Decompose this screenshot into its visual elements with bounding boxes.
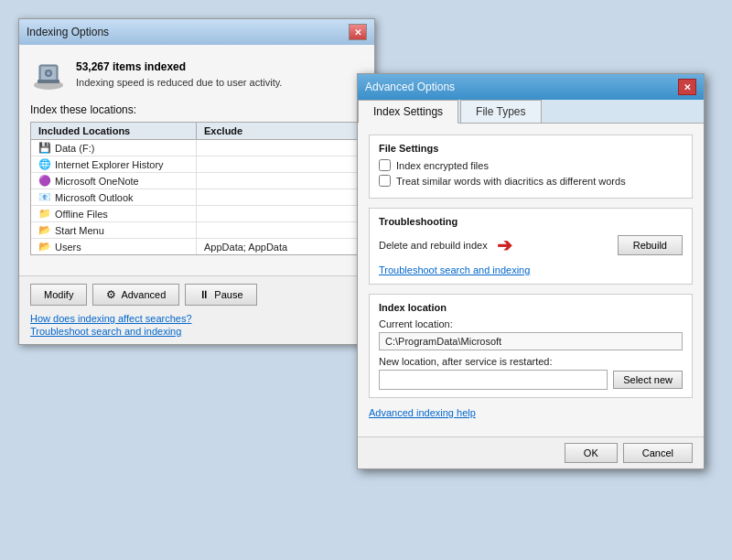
location-icon: 📂: [38, 224, 51, 236]
header-exclude: Exclude: [197, 123, 362, 139]
troubleshooting-section: Troubleshooting Delete and rebuild index…: [369, 208, 693, 285]
index-location-title: Index location: [379, 302, 683, 313]
locations-section-label: Index these locations:: [30, 103, 363, 116]
index-location-section: Index location Current location: C:\Prog…: [369, 294, 693, 398]
rebuild-arrow-icon: ➔: [497, 234, 512, 256]
table-row: 📧 Microsoft Outlook: [31, 189, 362, 206]
table-body: 💾 Data (F:) 🌐 Internet Explorer History …: [31, 140, 362, 254]
advanced-button[interactable]: ⚙ Advanced: [92, 284, 179, 306]
pause-btn-label: Pause: [214, 289, 242, 300]
table-cell-exclude: [197, 206, 362, 221]
advanced-content: File Settings Index encrypted files Trea…: [358, 124, 704, 436]
table-row: 🌐 Internet Explorer History: [31, 156, 362, 173]
modify-button[interactable]: Modify: [30, 284, 87, 306]
tab-file-types[interactable]: File Types: [460, 100, 541, 123]
indexing-titlebar: Indexing Options ✕: [19, 19, 374, 45]
diacritics-label: Treat similar words with diacritics as d…: [396, 176, 626, 187]
indexing-titlebar-controls: ✕: [349, 24, 367, 40]
how-does-link[interactable]: How does indexing affect searches?: [30, 313, 363, 324]
advanced-titlebar: Advanced Options ✕: [358, 74, 704, 100]
indexing-content-area: 53,267 items indexed Indexing speed is r…: [19, 45, 374, 275]
table-row: 📂 Start Menu: [31, 222, 362, 239]
indexing-title: Indexing Options: [27, 26, 109, 38]
location-icon: 📧: [38, 191, 51, 203]
locations-table: Included Locations Exclude 💾 Data (F:) 🌐…: [30, 122, 363, 255]
rebuild-row: Delete and rebuild index ➔ Rebuild: [379, 234, 683, 256]
advanced-btn-label: Advanced: [121, 289, 166, 300]
location-icon: 📂: [38, 241, 51, 253]
index-count: 53,267 items indexed: [76, 60, 282, 73]
new-location-label: New location, after service is restarted…: [379, 356, 683, 367]
cancel-button[interactable]: Cancel: [623, 443, 693, 463]
table-cell-exclude: [197, 189, 362, 205]
table-cell-exclude: [197, 140, 362, 156]
indexing-close-button[interactable]: ✕: [349, 24, 367, 40]
current-location-value: C:\ProgramData\Microsoft: [379, 332, 683, 350]
table-cell-exclude: [197, 222, 362, 238]
indexing-status-text: 53,267 items indexed Indexing speed is r…: [76, 60, 282, 88]
header-included: Included Locations: [31, 123, 197, 139]
select-new-button[interactable]: Select new: [613, 371, 683, 389]
checkbox-row-encrypted: Index encrypted files: [379, 159, 683, 171]
table-cell-exclude: [197, 173, 362, 188]
indexing-icon: [30, 56, 67, 92]
ok-button[interactable]: OK: [565, 443, 618, 463]
svg-rect-5: [38, 80, 59, 83]
file-settings-title: File Settings: [379, 143, 683, 154]
tabs-row: Index Settings File Types: [358, 100, 704, 124]
troubleshoot-search-link[interactable]: Troubleshoot search and indexing: [379, 264, 530, 275]
indexing-footer: Modify ⚙ Advanced ⏸ Pause How does index…: [19, 275, 374, 344]
table-row: 📁 Offline Files: [31, 206, 362, 222]
table-header: Included Locations Exclude: [31, 123, 362, 140]
advanced-title: Advanced Options: [365, 81, 455, 93]
footer-links: How does indexing affect searches? Troub…: [30, 313, 363, 337]
table-row: 💾 Data (F:): [31, 140, 362, 156]
location-name: Users: [55, 242, 81, 253]
location-icon: 🟣: [38, 175, 51, 187]
location-name: Microsoft Outlook: [55, 192, 134, 203]
table-cell-location: 📁 Offline Files: [31, 206, 197, 221]
advanced-footer: OK Cancel: [358, 436, 704, 468]
table-row: 📂 Users AppData; AppData: [31, 239, 362, 254]
indexing-status-row: 53,267 items indexed Indexing speed is r…: [30, 56, 363, 92]
table-cell-location: 📂 Start Menu: [31, 222, 197, 238]
location-name: Data (F:): [55, 143, 94, 154]
checkbox-row-diacritics: Treat similar words with diacritics as d…: [379, 175, 683, 187]
table-cell-location: 🌐 Internet Explorer History: [31, 156, 197, 172]
troubleshoot-link-indexing[interactable]: Troubleshoot search and indexing: [30, 326, 363, 337]
index-status-message: Indexing speed is reduced due to user ac…: [76, 77, 282, 88]
file-settings-section: File Settings Index encrypted files Trea…: [369, 135, 693, 199]
location-name: Offline Files: [55, 209, 108, 220]
current-location-label: Current location:: [379, 318, 683, 329]
location-name: Start Menu: [55, 225, 104, 236]
new-location-input[interactable]: [379, 370, 608, 390]
table-cell-location: 💾 Data (F:): [31, 140, 197, 156]
table-cell-exclude: AppData; AppData: [197, 239, 362, 254]
advanced-icon: ⚙: [106, 288, 116, 301]
troubleshooting-title: Troubleshooting: [379, 216, 683, 227]
location-icon: 💾: [38, 142, 51, 154]
pause-button[interactable]: ⏸ Pause: [185, 284, 256, 306]
rebuild-left: Delete and rebuild index ➔: [379, 234, 512, 256]
tab-index-settings[interactable]: Index Settings: [358, 100, 458, 124]
rebuild-button[interactable]: Rebuild: [618, 235, 683, 255]
advanced-close-button[interactable]: ✕: [678, 79, 696, 95]
advanced-indexing-help-link[interactable]: Advanced indexing help: [369, 407, 693, 418]
table-cell-exclude: [197, 156, 362, 172]
location-name: Internet Explorer History: [55, 159, 164, 170]
table-cell-location: 🟣 Microsoft OneNote: [31, 173, 197, 188]
table-row: 🟣 Microsoft OneNote: [31, 173, 362, 189]
location-name: Microsoft OneNote: [55, 176, 139, 187]
indexing-options-window: Indexing Options ✕ 53,267 items indexed …: [18, 18, 375, 345]
encrypt-label: Index encrypted files: [396, 160, 489, 171]
rebuild-label: Delete and rebuild index: [379, 240, 488, 251]
encrypt-checkbox[interactable]: [379, 159, 391, 171]
location-icon: 🌐: [38, 158, 51, 170]
table-cell-location: 📂 Users: [31, 239, 197, 254]
footer-buttons: Modify ⚙ Advanced ⏸ Pause: [30, 284, 363, 306]
pause-icon: ⏸: [199, 288, 210, 301]
table-cell-location: 📧 Microsoft Outlook: [31, 189, 197, 205]
new-location-row: Select new: [379, 370, 683, 390]
diacritics-checkbox[interactable]: [379, 175, 391, 187]
advanced-options-window: Advanced Options ✕ Index Settings File T…: [357, 73, 705, 469]
